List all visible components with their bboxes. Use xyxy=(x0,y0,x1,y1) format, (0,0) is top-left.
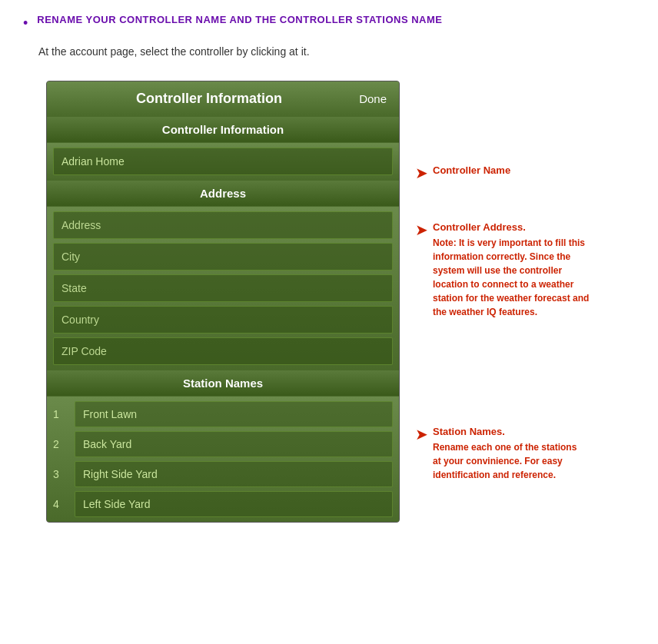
annotations-panel: ➤ Controller Name ➤ Controller Address. … xyxy=(415,81,650,497)
controller-name-container xyxy=(47,143,399,180)
station-annotation-text: Station Names. Rename each one of the st… xyxy=(433,425,577,482)
station-number-1: 1 xyxy=(53,408,75,420)
station-names-annotation: ➤ Station Names. Rename each one of the … xyxy=(415,425,650,482)
address-input[interactable] xyxy=(53,211,393,239)
station-row: 2 xyxy=(53,431,393,457)
controller-name-input[interactable] xyxy=(53,148,393,175)
station-number-4: 4 xyxy=(53,498,75,510)
bullet-text: RENAME YOUR CONTROLLER NAME AND THE CONT… xyxy=(37,14,442,25)
station-number-2: 2 xyxy=(53,438,75,450)
address-fields-container xyxy=(47,207,399,370)
station-row: 3 xyxy=(53,461,393,487)
main-content: Controller Information Done Controller I… xyxy=(0,81,658,523)
station-names-section-header: Station Names xyxy=(47,370,399,397)
arrow-icon-3: ➤ xyxy=(415,425,428,443)
spacer-2 xyxy=(415,198,650,221)
bullet-icon: • xyxy=(23,15,28,32)
address-annotation-body: Note: It is very important to fill thisi… xyxy=(433,236,589,319)
stations-container: 1 2 3 4 xyxy=(47,397,399,522)
station-row: 1 xyxy=(53,401,393,427)
city-input[interactable] xyxy=(53,243,393,271)
panel-title: Controller Information xyxy=(59,91,359,107)
country-input[interactable] xyxy=(53,306,393,334)
station-number-3: 3 xyxy=(53,468,75,480)
station-input-3[interactable] xyxy=(75,461,393,487)
spacer-1 xyxy=(415,104,650,164)
station-input-1[interactable] xyxy=(75,401,393,427)
intro-text: At the account page, select the controll… xyxy=(0,45,658,58)
station-input-4[interactable] xyxy=(75,491,393,517)
station-annotation-body: Rename each one of the stationsat your c… xyxy=(433,440,577,482)
controller-name-label: Controller Name xyxy=(433,164,510,178)
station-input-2[interactable] xyxy=(75,431,393,457)
controller-panel: Controller Information Done Controller I… xyxy=(46,81,400,523)
address-section-header: Address xyxy=(47,180,399,207)
station-row: 4 xyxy=(53,491,393,517)
arrow-icon-1: ➤ xyxy=(415,164,428,182)
controller-name-annotation: ➤ Controller Name xyxy=(415,164,650,182)
address-annotation-title: Controller Address. xyxy=(433,221,589,234)
zip-input[interactable] xyxy=(53,337,393,365)
page-wrapper: • RENAME YOUR CONTROLLER NAME AND THE CO… xyxy=(0,0,658,538)
arrow-icon-2: ➤ xyxy=(415,221,428,239)
spacer-3 xyxy=(415,334,650,425)
controller-info-section-header: Controller Information xyxy=(47,116,399,143)
address-annotation: ➤ Controller Address. Note: It is very i… xyxy=(415,221,650,319)
top-bullet-row: • RENAME YOUR CONTROLLER NAME AND THE CO… xyxy=(0,8,658,38)
address-annotation-text: Controller Address. Note: It is very imp… xyxy=(433,221,589,319)
state-input[interactable] xyxy=(53,274,393,302)
station-annotation-title: Station Names. xyxy=(433,425,577,439)
done-button[interactable]: Done xyxy=(359,92,387,105)
panel-header: Controller Information Done xyxy=(47,81,399,116)
